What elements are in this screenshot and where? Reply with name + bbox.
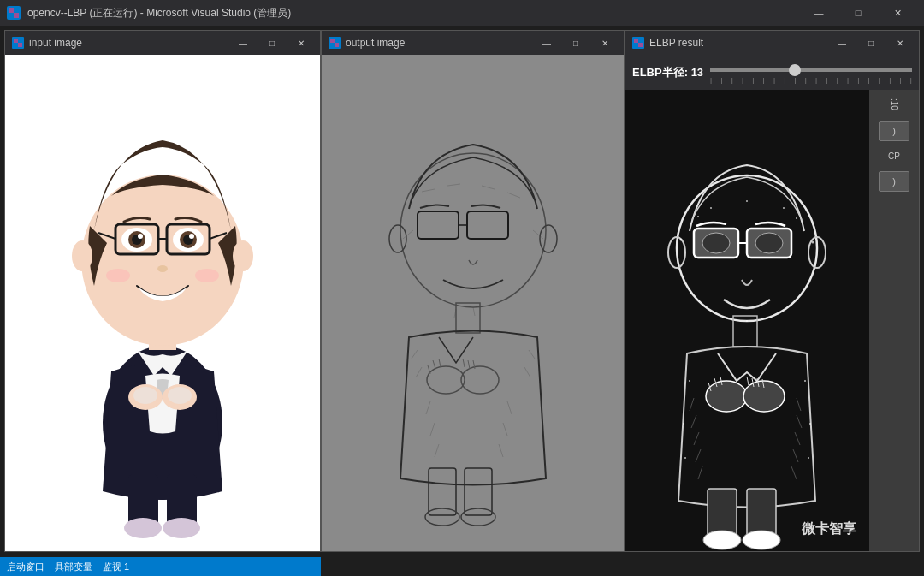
svg-point-118 (809, 423, 811, 425)
elbp-window-icon (632, 37, 644, 49)
svg-rect-41 (335, 43, 339, 47)
elbp-result-window: ELBP result — □ ✕ ELBP半径: 13 | | | | | |… (625, 30, 920, 552)
svg-rect-80 (634, 39, 638, 43)
svg-point-108 (710, 207, 712, 209)
svg-rect-7 (18, 43, 22, 47)
svg-point-13 (168, 387, 192, 404)
svg-rect-15 (167, 474, 197, 526)
main-area: input image — □ ✕ (0, 26, 924, 576)
svg-point-110 (783, 207, 785, 209)
svg-point-116 (804, 380, 806, 382)
input-window-icon (12, 37, 24, 49)
svg-point-35 (195, 269, 219, 282)
input-image-display (5, 55, 320, 551)
svg-point-34 (106, 269, 130, 282)
svg-point-28 (138, 234, 143, 239)
input-image-window: input image — □ ✕ (4, 30, 321, 552)
svg-point-105 (703, 531, 741, 549)
svg-rect-0 (9, 8, 14, 13)
svg-point-36 (72, 240, 92, 271)
elbp-right-panel: :10 ) CP ) (869, 90, 919, 551)
output-minimize-btn[interactable]: — (535, 33, 559, 52)
svg-rect-82 (634, 43, 638, 47)
elbp-image-display: 微卡智享 (625, 90, 869, 551)
svg-point-19 (81, 175, 244, 346)
svg-point-119 (684, 457, 686, 459)
input-image-content (5, 55, 320, 551)
output-window-icon (329, 37, 341, 49)
svg-rect-5 (18, 39, 22, 43)
svg-point-33 (157, 265, 168, 272)
elbp-minimize-btn[interactable]: — (830, 33, 854, 52)
input-close-btn[interactable]: ✕ (289, 33, 313, 52)
status-bar: 启动窗口 具部变量 监视 1 (0, 557, 321, 576)
right-panel-btn-1[interactable]: ) (879, 121, 909, 141)
status-locals[interactable]: 具部变量 (55, 561, 92, 573)
output-window-title: output image (346, 37, 530, 49)
elbp-close-btn[interactable]: ✕ (888, 33, 912, 52)
output-window-titlebar: output image — □ ✕ (322, 31, 624, 55)
input-maximize-btn[interactable]: □ (260, 33, 284, 52)
svg-point-106 (743, 531, 780, 549)
svg-point-90 (755, 233, 783, 253)
vs-maximize-btn[interactable]: □ (838, 0, 878, 26)
status-startup-window[interactable]: 启动窗口 (7, 561, 44, 573)
svg-point-109 (746, 200, 748, 202)
output-lbp-svg (336, 59, 610, 547)
svg-point-112 (680, 238, 683, 240)
right-panel-btn-2[interactable]: ) (879, 171, 909, 192)
elbp-window-title: ELBP result (649, 37, 825, 49)
output-image-window: output image — □ ✕ (321, 30, 625, 552)
svg-rect-38 (330, 39, 335, 43)
elbp-radius-slider[interactable] (710, 68, 912, 72)
vs-app-icon (7, 6, 21, 20)
output-close-btn[interactable]: ✕ (593, 33, 617, 52)
right-panel-label-1: :10 (890, 98, 899, 110)
watermark-text: 微卡智享 (802, 520, 856, 538)
status-watch[interactable]: 监视 1 (103, 561, 129, 573)
vs-title: opencv--LBP (正在运行) - Microsoft Visual St… (27, 6, 291, 21)
svg-point-89 (702, 233, 730, 253)
vs-minimize-btn[interactable]: — (799, 0, 838, 26)
svg-point-37 (233, 240, 253, 271)
output-image-display (322, 55, 624, 551)
svg-rect-14 (128, 474, 158, 526)
svg-rect-4 (14, 39, 18, 43)
svg-rect-40 (330, 43, 335, 47)
elbp-radius-label: ELBP半径: 13 (632, 65, 703, 80)
svg-point-16 (124, 518, 162, 538)
svg-point-117 (683, 423, 684, 425)
vs-titlebar: opencv--LBP (正在运行) - Microsoft Visual St… (0, 0, 924, 26)
svg-point-32 (189, 234, 194, 239)
svg-rect-1 (14, 8, 19, 13)
elbp-result-svg (625, 90, 869, 551)
svg-point-95 (743, 381, 785, 412)
svg-point-120 (808, 457, 809, 459)
output-image-content (322, 55, 624, 551)
svg-rect-81 (638, 39, 643, 43)
input-window-titlebar: input image — □ ✕ (5, 31, 320, 55)
svg-point-111 (796, 217, 797, 219)
svg-point-107 (697, 216, 699, 217)
svg-point-115 (689, 380, 690, 382)
elbp-maximize-btn[interactable]: □ (859, 33, 883, 52)
vs-window-controls: — □ ✕ (799, 0, 917, 26)
svg-point-113 (812, 240, 814, 243)
elbp-content-row: 微卡智享 :10 ) CP ) (625, 90, 919, 551)
input-minimize-btn[interactable]: — (231, 33, 255, 52)
elbp-controls-bar: ELBP半径: 13 | | | | | | | | | | | | | (625, 55, 919, 90)
svg-rect-3 (14, 13, 19, 18)
svg-point-17 (163, 518, 200, 538)
svg-rect-6 (14, 43, 18, 47)
output-maximize-btn[interactable]: □ (564, 33, 588, 52)
vs-close-btn[interactable]: ✕ (878, 0, 917, 26)
input-character-svg (43, 63, 282, 543)
elbp-slider-container: | | | | | | | | | | | | | | | | | (710, 60, 912, 85)
right-panel-label-2: CP (888, 151, 900, 161)
svg-point-114 (746, 320, 748, 322)
svg-point-94 (706, 381, 747, 412)
svg-rect-39 (335, 39, 339, 43)
slider-tick-marks: | | | | | | | | | | | | | | | | | (710, 75, 912, 85)
elbp-image-content: 微卡智享 (625, 90, 869, 551)
elbp-window-titlebar: ELBP result — □ ✕ (625, 31, 919, 55)
